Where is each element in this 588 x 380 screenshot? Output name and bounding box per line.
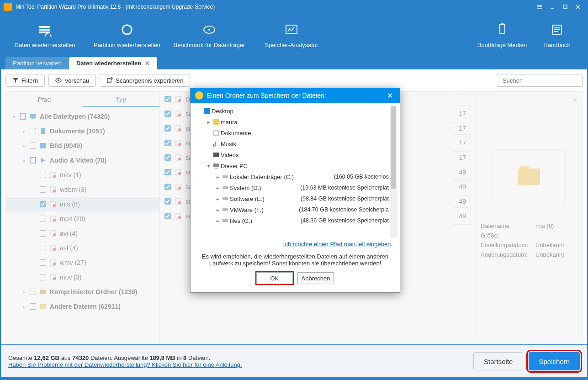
export-icon xyxy=(106,77,113,84)
dialog-body: Desktop▸mauraDokumenteMusikVideos▾Dieser… xyxy=(191,103,400,292)
export-label: Scanergebnis exportieren xyxy=(116,77,183,84)
cancel-button[interactable]: Abbrechen xyxy=(297,272,334,284)
tab-close-icon[interactable]: ✕ xyxy=(145,60,150,67)
folder-row[interactable]: ▸VMWare (F:)(184.70 GB kostenlose Speich… xyxy=(193,204,397,215)
ribbon: Daten wiederherstellen Partition wiederh… xyxy=(0,14,588,55)
preview-button[interactable]: Vorschau xyxy=(48,74,96,87)
footer-text: Gesamte xyxy=(8,354,34,361)
folder-row[interactable]: Dokumente xyxy=(193,127,397,138)
folder-free-space: (19.63 MB kostenlose Speicherplat xyxy=(297,185,389,191)
folder-free-space: (48.36 GB kostenlose Speicherplat xyxy=(297,217,389,224)
folder-type-icon xyxy=(212,118,221,126)
dialog-warning-line: Es wird empfohlen, die wiederhergestellt… xyxy=(200,253,391,260)
folder-row[interactable]: Desktop xyxy=(193,106,397,116)
bootmedia-icon xyxy=(475,21,530,39)
analyzer-icon xyxy=(250,21,333,39)
footer-total-count: 74320 xyxy=(72,354,89,361)
manual-path-link[interactable]: Ich möchte einen Pfad manuell eingeben. xyxy=(283,241,392,248)
svg-rect-2 xyxy=(39,29,50,31)
menu-icon[interactable] xyxy=(533,2,546,11)
folder-type-icon xyxy=(221,173,230,180)
folder-name: Dieser PC xyxy=(221,163,297,169)
svg-rect-1 xyxy=(39,26,50,28)
svg-rect-56 xyxy=(204,108,210,114)
chevron-icon[interactable]: ▸ xyxy=(214,218,221,223)
maximize-icon[interactable] xyxy=(559,2,572,11)
filter-icon xyxy=(12,77,19,84)
svg-rect-3 xyxy=(39,32,50,33)
svg-rect-61 xyxy=(215,168,217,169)
svg-rect-13 xyxy=(107,79,111,83)
folder-name: Lokaler Datenträger (C:) xyxy=(230,174,297,180)
ribbon-benchmark[interactable]: Benchmark für Datenträger xyxy=(168,21,250,48)
folder-name: maura xyxy=(221,119,297,126)
ribbon-label: Partition wiederherstellen xyxy=(86,42,168,48)
minimize-icon[interactable] xyxy=(546,2,559,11)
folder-row[interactable]: ▸files (G:)(48.36 GB kostenlose Speicher… xyxy=(193,215,397,226)
filter-button[interactable]: Filtern xyxy=(5,74,45,87)
dialog-close-icon[interactable]: ✕ xyxy=(384,91,395,100)
ribbon-analyzer[interactable]: Speicher-Analysator xyxy=(250,21,333,48)
folder-name: Dokumente xyxy=(221,130,297,137)
chevron-icon[interactable]: ▸ xyxy=(214,196,221,201)
ribbon-bootmedia[interactable]: Bootfähige Medien xyxy=(475,21,530,48)
svg-rect-57 xyxy=(213,119,219,125)
chevron-icon[interactable]: ▾ xyxy=(205,164,212,169)
ok-button[interactable]: OK xyxy=(256,272,293,284)
save-button[interactable]: Speichern xyxy=(529,352,580,370)
ribbon-recover-partition[interactable]: Partition wiederherstellen xyxy=(86,21,168,48)
folder-name: VMWare (F:) xyxy=(230,206,297,213)
home-button[interactable]: Startseite xyxy=(473,352,523,370)
close-icon[interactable] xyxy=(572,2,584,11)
footer-help-link[interactable]: Haben Sie Probleme mit der Datenwiederhe… xyxy=(8,361,242,368)
export-button[interactable]: Scanergebnis exportieren xyxy=(100,74,190,87)
dialog-warning: Es wird empfohlen, die wiederhergestellt… xyxy=(193,249,397,269)
title-bar: MiniTool Partition Wizard Pro Ultimativ … xyxy=(0,0,588,14)
folder-row[interactable]: ▸System (D:)(19.63 MB kostenlose Speiche… xyxy=(193,182,397,193)
ribbon-label: Handbuch xyxy=(530,42,584,48)
folder-free-space: (98.84 GB kostenlose Speicherplat xyxy=(297,195,389,202)
folder-row[interactable]: ▸Software (E:)(98.84 GB kostenlose Speic… xyxy=(193,193,397,204)
folder-type-icon xyxy=(221,217,230,224)
folder-name: Software (E:) xyxy=(230,195,297,202)
search-input[interactable] xyxy=(503,77,579,84)
folder-free-space: (160.05 GB kostenlos xyxy=(297,174,389,180)
scrollbar[interactable] xyxy=(390,106,397,238)
folder-row[interactable]: ▸Lokaler Datenträger (C:)(160.05 GB kost… xyxy=(193,171,397,182)
folder-type-icon xyxy=(212,140,221,148)
tab-label: Daten wiederherstellen xyxy=(76,60,141,67)
footer-sel-size: 189,8 MB xyxy=(149,354,175,361)
tab-data-recover[interactable]: Daten wiederherstellen ✕ xyxy=(69,57,157,69)
folder-name: files (G:) xyxy=(230,217,297,224)
svg-rect-9 xyxy=(501,23,503,25)
app-logo xyxy=(4,3,12,11)
tab-strip: Partition verwalten Daten wiederherstell… xyxy=(0,55,588,69)
chevron-icon[interactable]: ▸ xyxy=(214,174,221,179)
chevron-icon[interactable]: ▸ xyxy=(214,185,221,190)
folder-row[interactable]: Videos xyxy=(193,149,397,160)
chevron-icon[interactable]: ▸ xyxy=(214,207,221,212)
dialog-warning-line: Laufwerk zu speichern! Sonst könnten sie… xyxy=(200,260,391,267)
folder-row[interactable]: Musik xyxy=(193,138,397,149)
folder-browser[interactable]: Desktop▸mauraDokumenteMusikVideos▾Dieser… xyxy=(193,106,397,238)
svg-rect-62 xyxy=(222,175,228,178)
folder-type-icon xyxy=(212,151,221,158)
folder-name: Videos xyxy=(221,152,297,158)
ribbon-label: Benchmark für Datenträger xyxy=(168,42,250,48)
benchmark-icon xyxy=(168,21,250,39)
search-box[interactable] xyxy=(496,74,583,87)
folder-name: Musik xyxy=(221,141,297,148)
ribbon-manual[interactable]: Handbuch xyxy=(530,21,584,48)
tab-partition-manage[interactable]: Partition verwalten xyxy=(5,57,69,69)
ribbon-recover-data[interactable]: Daten wiederherstellen xyxy=(4,21,86,48)
scrollbar-thumb[interactable] xyxy=(391,106,396,189)
svg-rect-0 xyxy=(563,5,567,9)
svg-rect-65 xyxy=(222,208,228,211)
manual-icon xyxy=(530,21,584,39)
svg-rect-8 xyxy=(499,24,505,33)
svg-point-6 xyxy=(208,29,210,31)
svg-rect-66 xyxy=(222,219,228,222)
chevron-icon[interactable]: ▸ xyxy=(205,120,212,125)
folder-row[interactable]: ▾Dieser PC xyxy=(193,160,397,171)
folder-row[interactable]: ▸maura xyxy=(193,116,397,127)
